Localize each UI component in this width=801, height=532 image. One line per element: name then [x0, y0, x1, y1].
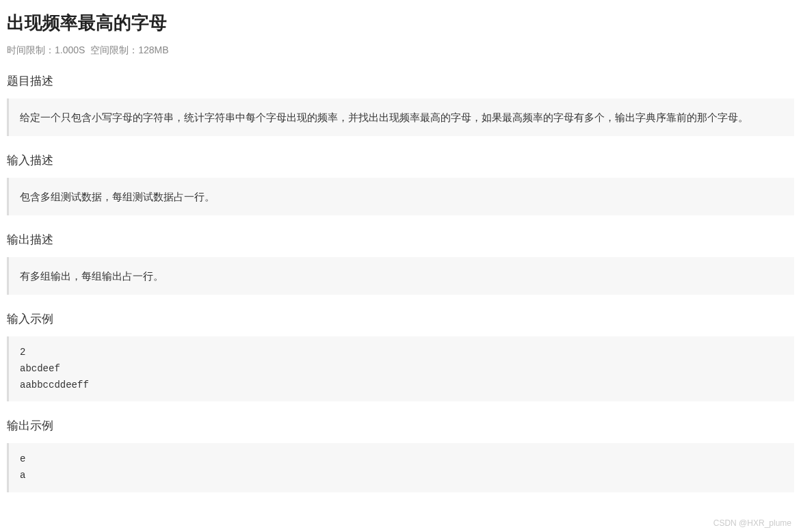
output-description-content: 有多组输出，每组输出占一行。	[7, 257, 794, 295]
input-sample-heading: 输入示例	[7, 311, 794, 327]
problem-description-heading: 题目描述	[7, 73, 794, 89]
output-sample-content: e a	[7, 443, 794, 492]
page-title: 出现频率最高的字母	[7, 11, 794, 35]
input-sample-content: 2 abcdeef aabbccddeeff	[7, 336, 794, 401]
limits-row: 时间限制：1.000S 空间限制：128MB	[7, 44, 794, 57]
output-sample-heading: 输出示例	[7, 418, 794, 434]
space-limit-label: 空间限制：	[90, 44, 138, 55]
time-limit-value: 1.000S	[55, 44, 85, 55]
input-description-heading: 输入描述	[7, 152, 794, 168]
output-description-heading: 输出描述	[7, 232, 794, 248]
input-description-content: 包含多组测试数据，每组测试数据占一行。	[7, 178, 794, 215]
problem-description-content: 给定一个只包含小写字母的字符串，统计字符串中每个字母出现的频率，并找出出现频率最…	[7, 98, 794, 136]
time-limit-label: 时间限制：	[7, 44, 55, 55]
space-limit-value: 128MB	[138, 44, 168, 55]
